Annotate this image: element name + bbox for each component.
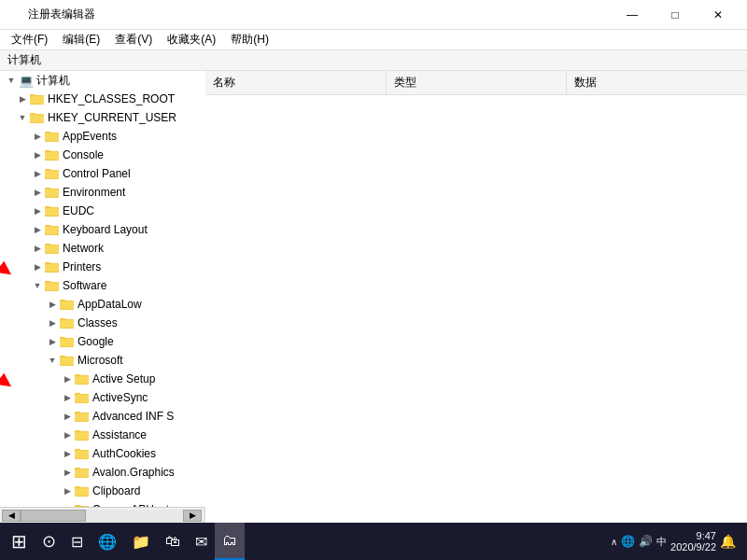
classes-label: Classes [78,316,118,329]
taskbar-clock[interactable]: 9:47 2020/9/22 [670,530,716,553]
microsoft-label: Microsoft [78,354,123,367]
minimize-button[interactable]: — [611,0,654,30]
tree-item-advanced-infs[interactable]: ▶ Advanced INF S [0,407,205,426]
tree-item-network[interactable]: ▶ Network [0,239,205,258]
file-explorer-button[interactable]: 📁 [124,523,158,560]
close-button[interactable]: ✕ [697,0,740,30]
tree-item-activesync[interactable]: ▶ ActiveSync [0,388,205,407]
folder-icon-classes [60,315,75,331]
folder-icon-microsoft [60,353,75,369]
environment-label: Environment [63,186,125,199]
tree-item-console[interactable]: ▶ Console [0,146,205,164]
menu-favorites[interactable]: 收藏夹(A) [160,30,223,49]
tree-item-appevents[interactable]: ▶ AppEvents [0,127,205,146]
notification-button[interactable]: 🔔 [720,534,736,549]
tree-item-computer[interactable]: ▼ 💻 计算机 [0,71,205,90]
task-view-button[interactable]: ⊟ [63,523,91,560]
tree-item-assistance[interactable]: ▶ Assistance [0,426,205,444]
folder-icon-software [45,278,60,294]
tree-item-google[interactable]: ▶ Google [0,332,205,351]
scroll-right-btn[interactable]: ▶ [183,510,202,522]
svg-rect-17 [45,189,59,197]
tree-item-clipboard[interactable]: ▶ Clipboard [0,482,205,500]
tree-item-printers[interactable]: ▶ Printers [0,258,205,276]
clipboard-label: Clipboard [92,484,140,497]
folder-icon-clipboard [75,483,90,499]
tree-item-classes[interactable]: ▶ Classes [0,314,205,332]
tree-item-microsoft[interactable]: ▼ Microsoft [0,351,205,370]
svg-rect-65 [75,488,89,496]
tree-item-active-setup[interactable]: ▶ Active Setup [0,370,205,388]
tree-hscroll[interactable]: ◀ ▶ [0,507,204,523]
folder-icon-kl [45,222,60,238]
tree-item-keyboard-layout[interactable]: ▶ Keyboard Layout [0,220,205,239]
start-button[interactable]: ⊞ [4,523,35,560]
svg-rect-56 [75,432,89,440]
menu-edit[interactable]: 编辑(E) [55,30,107,49]
taskbar-tray: ∧ 🌐 🔊 中 9:47 2020/9/22 🔔 [611,530,743,553]
detail-header: 名称 类型 数据 [205,71,747,95]
tree-item-authcookies[interactable]: ▶ AuthCookies [0,444,205,463]
activesync-label: ActiveSync [92,391,148,404]
tree-item-avalon-graphics[interactable]: ▶ Avalon.Graphics [0,463,205,482]
menu-view[interactable]: 查看(V) [107,30,160,49]
col-data[interactable]: 数据 [567,71,747,94]
google-label: Google [78,335,114,348]
software-label: Software [63,279,106,292]
tray-up-arrow[interactable]: ∧ [611,537,617,547]
app-icon: 🗂 [7,7,22,22]
menu-help[interactable]: 帮助(H) [223,30,276,49]
authcookies-label: AuthCookies [92,447,156,460]
tree-item-environment[interactable]: ▶ Environment [0,183,205,202]
svg-rect-44 [60,357,74,365]
expand-icon-hkcr: ▶ [15,91,30,106]
svg-rect-8 [45,133,59,141]
tray-network-icon[interactable]: 🌐 [621,535,635,548]
tree-item-eudc[interactable]: ▶ EUDC [0,202,205,220]
folder-icon-google [60,334,75,350]
folder-icon-appevents [45,129,60,145]
scroll-thumb[interactable] [21,510,86,522]
console-label: Console [63,148,104,161]
avalon-graphics-label: Avalon.Graphics [92,466,175,479]
svg-rect-47 [75,376,89,384]
expand-icon: ▼ [4,73,19,88]
scroll-left-btn[interactable]: ◀ [2,510,21,522]
col-type[interactable]: 类型 [387,71,568,94]
svg-rect-2 [30,96,44,104]
maximize-button[interactable]: □ [654,0,697,30]
store-button[interactable]: 🛍 [158,523,188,560]
folder-icon-activesetup [75,371,90,387]
menu-file[interactable]: 文件(F) [4,30,55,49]
folder-icon-authcookies [75,446,90,462]
active-setup-label: Active Setup [92,372,155,385]
col-name[interactable]: 名称 [205,71,387,94]
tree-item-hkcu[interactable]: ▼ HKEY_CURRENT_USER [0,108,205,127]
scroll-track[interactable] [21,510,183,522]
folder-icon-console [45,147,60,163]
tree-item-commsaphost[interactable]: ▶ CommsAPHost [0,500,205,507]
tree-item-appdatalow[interactable]: ▶ AppDataLow [0,295,205,314]
folder-icon-assistance [75,427,90,443]
tree-item-hkcr[interactable]: ▶ HKEY_CLASSES_ROOT [0,90,205,108]
svg-rect-23 [45,227,59,234]
svg-rect-41 [60,339,74,346]
folder-icon-cp [45,166,60,182]
svg-rect-59 [75,451,89,458]
folder-icon-printers [45,259,60,275]
edge-button[interactable]: 🌐 [91,523,124,560]
svg-rect-62 [75,469,89,477]
title-bar: 🗂 注册表编辑器 — □ ✕ [0,0,747,30]
taskbar: ⊞ ⊙ ⊟ 🌐 📁 🛍 ✉ 🗂 ∧ 🌐 🔊 中 9:47 2020/9/22 🔔 [0,523,747,560]
tray-lang[interactable]: 中 [656,535,667,549]
tray-volume-icon[interactable]: 🔊 [639,535,653,548]
search-button[interactable]: ⊙ [35,523,63,560]
svg-rect-29 [45,264,59,272]
tree-item-controlpanel[interactable]: ▶ Control Panel [0,164,205,183]
network-label: Network [63,242,104,255]
regedit-taskbar-button[interactable]: 🗂 [215,523,245,560]
mail-button[interactable]: ✉ [188,523,215,560]
detail-panel: 名称 类型 数据 [205,71,747,523]
tree-item-software[interactable]: ▼ Software [0,276,205,295]
appdatalow-label: AppDataLow [78,298,142,311]
